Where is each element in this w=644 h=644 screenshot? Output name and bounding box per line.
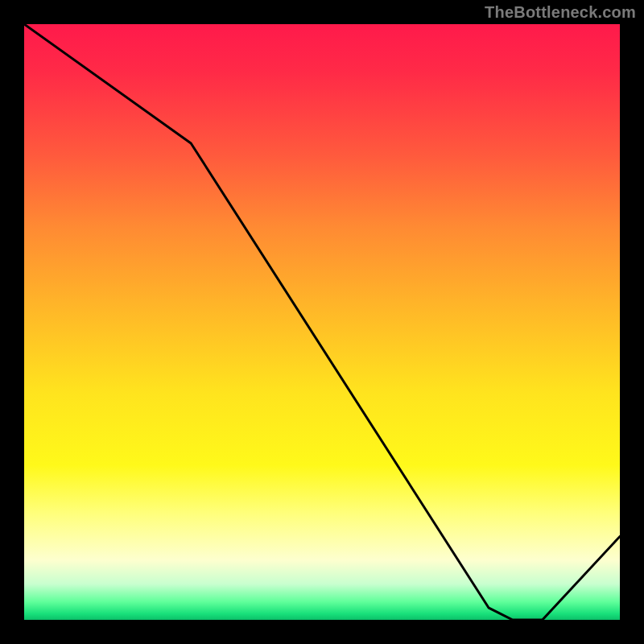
chart-container: TheBottleneck.com: [0, 0, 644, 644]
watermark-label: TheBottleneck.com: [485, 3, 636, 22]
plot-area: [24, 24, 620, 620]
bottleneck-curve: [24, 24, 620, 620]
